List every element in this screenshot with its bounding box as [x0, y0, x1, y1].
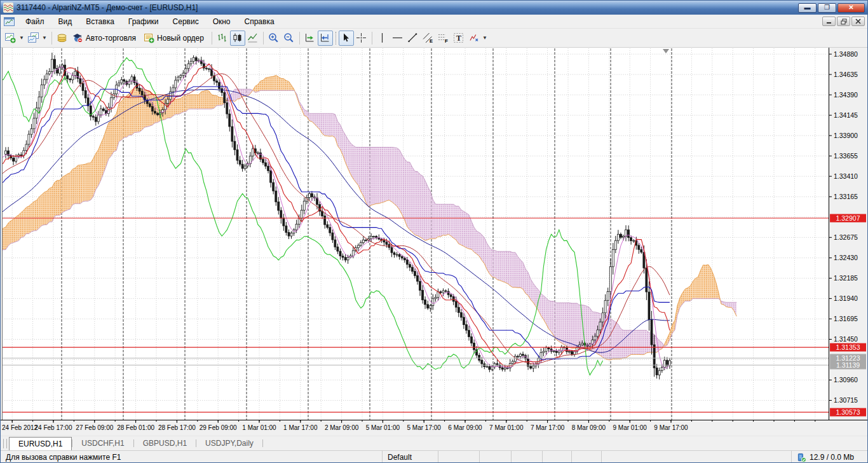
- toolbar-separator: [372, 32, 372, 45]
- vline-icon: [377, 32, 388, 43]
- chart-canvas[interactable]: 1.348801.346351.343901.341451.339001.336…: [1, 48, 868, 436]
- zoom-out-button[interactable]: [281, 31, 297, 46]
- new-order-button-label: Новый ордер: [157, 34, 204, 43]
- status-filler-panel: [601, 451, 791, 463]
- svg-text:24 Feb 17:00: 24 Feb 17:00: [35, 424, 72, 431]
- candles-chart-icon: [232, 32, 243, 43]
- text-button[interactable]: T: [451, 31, 466, 46]
- svg-text:1.31695: 1.31695: [834, 315, 858, 322]
- menu-items: ФайлВидВставкаГрафикиСервисОкноСправка: [18, 15, 281, 28]
- svg-text:1.34390: 1.34390: [834, 91, 858, 99]
- svg-text:1.32907: 1.32907: [836, 214, 860, 222]
- svg-text:24 Feb 2012: 24 Feb 2012: [2, 424, 38, 431]
- toolbar-separator: [299, 32, 300, 45]
- svg-text:F: F: [445, 38, 448, 43]
- new-order-button[interactable]: Новый ордер: [141, 31, 209, 46]
- autoscroll-button[interactable]: [302, 31, 318, 46]
- svg-text:2 Mar 09:00: 2 Mar 09:00: [325, 424, 359, 431]
- coins-button[interactable]: [55, 31, 70, 46]
- menu-item-insert[interactable]: Вставка: [79, 15, 121, 28]
- menu-item-file[interactable]: Файл: [18, 15, 51, 28]
- svg-text:1 Mar 17:00: 1 Mar 17:00: [283, 424, 318, 431]
- zoom-in-icon: [268, 32, 279, 43]
- toolbar-separator: [212, 32, 212, 45]
- profiles-icon: [28, 32, 39, 43]
- zoom-in-button[interactable]: [266, 31, 281, 46]
- hline-button[interactable]: [390, 31, 405, 46]
- svg-text:8 Mar 09:00: 8 Mar 09:00: [572, 424, 606, 431]
- svg-text:9 Mar 01:00: 9 Mar 01:00: [613, 424, 648, 431]
- status-empty-panels: [438, 451, 601, 463]
- close-button[interactable]: ✕: [837, 3, 865, 13]
- arrows-tool-icon: [468, 32, 479, 43]
- tab-usdchf-h1[interactable]: USDCHF,H1: [72, 436, 133, 450]
- zoom-out-icon: [283, 32, 294, 43]
- tab-gbpusd-h1[interactable]: GBPUSD,H1: [134, 436, 196, 450]
- trendline-button[interactable]: [405, 31, 421, 46]
- menu-item-view[interactable]: Вид: [51, 15, 79, 28]
- chevron-down-icon[interactable]: ▼: [482, 35, 487, 41]
- svg-text:1.30573: 1.30573: [836, 408, 860, 416]
- svg-text:1.32185: 1.32185: [834, 274, 858, 282]
- crosshair-icon: [356, 32, 367, 43]
- toolbar-separator: [263, 32, 264, 45]
- menu-item-charts[interactable]: Графики: [121, 15, 166, 28]
- svg-text:28 Feb 17:00: 28 Feb 17:00: [158, 424, 196, 431]
- mdi-restore-button[interactable]: [837, 17, 850, 26]
- order-new-icon: [144, 32, 154, 43]
- toolbar-separator: [51, 32, 52, 45]
- svg-text:27 Feb 09:00: 27 Feb 09:00: [76, 424, 113, 431]
- tabbar-grip-icon[interactable]: [3, 439, 7, 448]
- line-chart-icon: [247, 32, 258, 43]
- svg-text:1.34145: 1.34145: [834, 111, 858, 119]
- title-bar[interactable]: 3117440 - AlpariNZ-MT5 - Демо-счет - [EU…: [1, 1, 867, 15]
- status-traffic-text: 12.9 / 0.0 Mb: [810, 453, 854, 462]
- minimize-button[interactable]: ▬: [798, 3, 817, 13]
- mt-logo-icon: [3, 3, 13, 13]
- svg-text:1.34635: 1.34635: [834, 71, 858, 78]
- fibo-button[interactable]: F: [436, 31, 451, 46]
- window-title: 3117440 - AlpariNZ-MT5 - Демо-счет - [EU…: [17, 3, 796, 12]
- channel-button[interactable]: E: [421, 31, 436, 46]
- status-empty-panel: [542, 451, 571, 463]
- hline-icon: [392, 32, 403, 43]
- status-empty-panel: [438, 451, 479, 463]
- chart-shift-icon: [320, 32, 330, 43]
- application-window: 3117440 - AlpariNZ-MT5 - Демо-счет - [EU…: [0, 0, 868, 463]
- trendline-icon: [407, 32, 418, 43]
- menu-item-help[interactable]: Справка: [238, 15, 281, 28]
- chart-shift-button[interactable]: [318, 31, 333, 46]
- cursor-button[interactable]: [339, 31, 354, 46]
- chevron-down-icon[interactable]: ▼: [42, 35, 47, 41]
- svg-text:1.34880: 1.34880: [834, 50, 858, 58]
- svg-text:29 Feb 09:00: 29 Feb 09:00: [200, 424, 237, 431]
- tab-eurusd-h1[interactable]: EURUSD,H1: [9, 437, 72, 450]
- line-chart-button[interactable]: [245, 31, 261, 46]
- autotrading-button[interactable]: Авто-торговля: [70, 31, 141, 46]
- chevron-down-icon[interactable]: ▼: [19, 35, 24, 41]
- status-profile[interactable]: Default: [382, 451, 438, 463]
- vline-button[interactable]: [375, 31, 390, 46]
- text-tool-icon: T: [453, 32, 464, 43]
- mdi-close-button[interactable]: [851, 17, 865, 26]
- crosshair-button[interactable]: [354, 31, 369, 46]
- menu-item-service[interactable]: Сервис: [166, 15, 206, 28]
- profiles-button[interactable]: ▼: [26, 31, 49, 46]
- mdi-window-controls: [822, 17, 865, 26]
- arrows-button[interactable]: ▼: [466, 31, 489, 46]
- menu-bar: ФайлВидВставкаГрафикиСервисОкноСправка: [1, 15, 867, 29]
- tab-divider: [262, 439, 263, 447]
- svg-text:6 Mar 09:00: 6 Mar 09:00: [448, 424, 482, 431]
- bars-chart-icon: [217, 32, 227, 43]
- tab-usdjpy-daily[interactable]: USDJPY,Daily: [196, 436, 262, 450]
- candles-chart-button[interactable]: [230, 31, 245, 46]
- chart-tabs-bar: EURUSD,H1USDCHF,H1GBPUSD,H1USDJPY,Daily: [1, 436, 868, 450]
- new-chart-button[interactable]: ▼: [3, 31, 26, 46]
- restore-button[interactable]: ❐: [818, 3, 836, 13]
- svg-text:1.30715: 1.30715: [834, 396, 858, 404]
- toolbar: ▼▼Авто-торговляНовый ордерEFT▼: [1, 29, 867, 48]
- menu-item-window[interactable]: Окно: [206, 15, 238, 28]
- bars-chart-button[interactable]: [215, 31, 230, 46]
- mdi-minimize-button[interactable]: [822, 17, 836, 26]
- chart-new-icon: [5, 32, 16, 43]
